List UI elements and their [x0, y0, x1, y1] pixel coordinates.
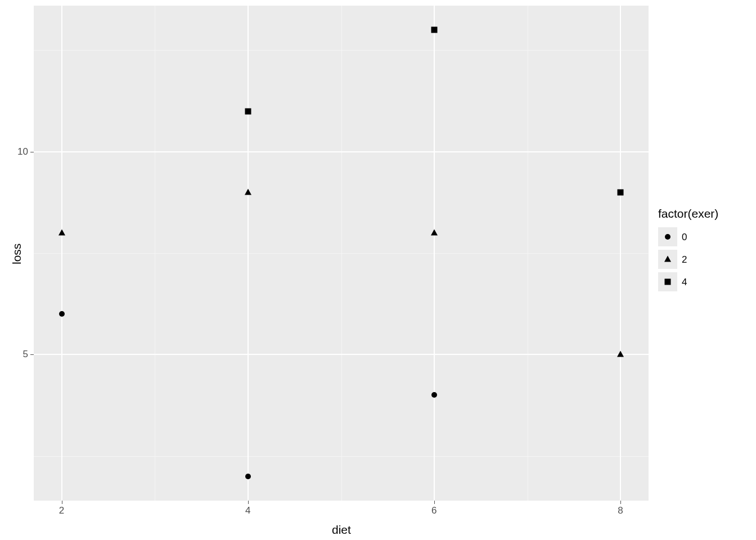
legend-key [658, 272, 677, 291]
chart-container: loss diet factor(exer) 024 5102468 [0, 0, 756, 540]
gridline-major-v [434, 6, 435, 501]
legend: factor(exer) 024 [658, 207, 748, 320]
legend-key [658, 250, 677, 269]
circle-icon [665, 234, 670, 240]
x-tick-mark [434, 501, 435, 504]
data-point [618, 189, 624, 195]
y-tick-mark [30, 152, 34, 152]
x-tick-label: 8 [618, 505, 623, 516]
legend-label: 0 [682, 232, 687, 243]
y-tick-label: 10 [17, 146, 28, 158]
gridline-major-h [34, 151, 649, 152]
x-tick-label: 4 [245, 505, 250, 516]
y-axis-title: loss [10, 244, 24, 264]
y-tick-label: 5 [23, 349, 28, 360]
legend-label: 2 [682, 254, 687, 266]
gridline-major-v [248, 6, 249, 501]
gridline-minor-v [528, 6, 528, 501]
data-point [431, 392, 437, 398]
data-point [59, 311, 65, 317]
data-point [431, 229, 438, 235]
data-point [431, 27, 438, 33]
data-point [617, 351, 624, 357]
data-point [245, 108, 251, 114]
x-tick-label: 6 [431, 505, 436, 516]
gridline-minor-v [341, 6, 342, 501]
y-tick-mark [30, 354, 34, 355]
data-point [245, 474, 251, 479]
legend-label: 4 [682, 277, 687, 288]
square-icon [665, 279, 671, 285]
gridline-minor-v [155, 6, 155, 501]
gridline-major-v [61, 6, 62, 501]
x-tick-mark [620, 501, 621, 504]
triangle-icon [664, 255, 671, 262]
x-tick-mark [248, 501, 249, 504]
gridline-major-v [620, 6, 621, 501]
data-point [245, 188, 251, 195]
x-tick-mark [62, 501, 62, 504]
plot-panel [34, 6, 649, 501]
x-axis-title: diet [332, 523, 351, 537]
x-tick-label: 2 [59, 505, 64, 516]
legend-key [658, 227, 677, 246]
data-point [58, 229, 65, 235]
gridline-major-h [34, 354, 649, 355]
legend-title: factor(exer) [658, 207, 718, 220]
